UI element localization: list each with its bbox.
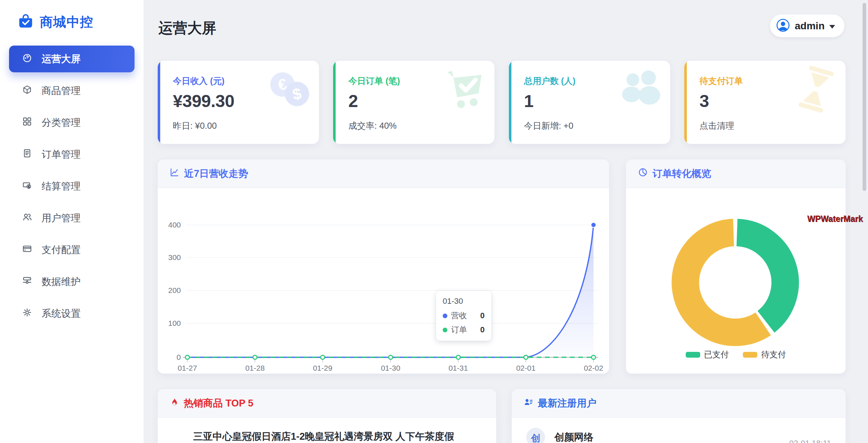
revenue-chart-area: 400 300 200 100 0 01-27 01-28 01-29 01-3… — [158, 188, 609, 374]
hourglass-icon — [792, 65, 841, 115]
x-tick: 01-27 — [178, 364, 197, 372]
dashboard-page: { "app": { "logo": "商城中控", "user_menu": … — [0, 0, 868, 443]
users-icon — [22, 212, 32, 225]
vertical-scrollbar[interactable] — [863, 3, 866, 191]
main-content: 运营大屏 admin 今日收入 (元) ¥399.30 昨日: ¥0.00 — [144, 0, 868, 443]
credit-card-icon — [22, 244, 32, 256]
x-tick: 01-29 — [313, 364, 332, 372]
line-chart-icon — [170, 167, 179, 180]
sidebar-item-products[interactable]: 商品管理 — [9, 77, 135, 104]
gauge-icon — [22, 53, 32, 65]
y-tick: 0 — [176, 353, 181, 361]
panel-title: 近7日营收走势 — [184, 167, 248, 180]
list-item[interactable]: 创 创颜网络 02-01 18:11 — [512, 418, 846, 443]
stat-card-users: 总用户数 (人) 1 今日新增: +0 — [509, 61, 670, 144]
brand-text: 商城中控 — [40, 13, 93, 31]
sidebar-item-categories[interactable]: 分类管理 — [9, 109, 135, 136]
sidebar-item-payment[interactable]: 支付配置 — [9, 237, 135, 263]
user-name: 创颜网络 — [554, 428, 593, 443]
stat-card-orders: 今日订单 (笔) 2 成交率: 40% — [333, 61, 494, 144]
panel-title: 热销商品 TOP 5 — [184, 397, 254, 410]
sidebar-item-label: 数据维护 — [42, 275, 81, 288]
stat-value: 3 — [699, 91, 709, 111]
series-dot-revenue — [443, 314, 447, 318]
legend-item-pending[interactable]: 待支付 — [743, 349, 786, 360]
watermark-text: WPWaterMark — [807, 214, 863, 224]
brand-logo[interactable]: 商城中控 — [0, 0, 144, 31]
stat-sub: 点击清理 — [699, 120, 734, 132]
sidebar-item-users[interactable]: 用户管理 — [9, 205, 135, 231]
series-value: 0 — [480, 311, 485, 320]
page-title: 运营大屏 — [158, 18, 216, 38]
sidebar-item-settings[interactable]: 系统设置 — [9, 300, 135, 327]
series-value: 0 — [480, 325, 485, 335]
panel-title: 最新注册用户 — [538, 397, 596, 410]
list-item[interactable]: 三亚中心皇冠假日酒店1-2晚皇冠礼遇湾景房双 人下午茶度假 — [158, 418, 496, 443]
shopping-bag-icon — [17, 13, 34, 31]
series-name: 订单 — [451, 324, 467, 335]
x-tick: 01-31 — [448, 364, 468, 372]
tooltip-title: 01-30 — [443, 297, 485, 306]
sidebar-item-label: 用户管理 — [42, 212, 81, 225]
database-icon — [22, 276, 32, 288]
legend-item-paid[interactable]: 已支付 — [686, 349, 729, 360]
legend-label: 待支付 — [761, 349, 786, 360]
new-users-header: 最新注册用户 — [512, 389, 846, 418]
sidebar-item-dashboard[interactable]: 运营大屏 — [9, 46, 135, 72]
hot-products-panel: 热销商品 TOP 5 三亚中心皇冠假日酒店1-2晚皇冠礼遇湾景房双 人下午茶度假 — [158, 389, 496, 443]
sidebar-menu: 运营大屏 商品管理 分类管理 订单管理 — [0, 46, 144, 327]
package-icon — [22, 85, 32, 97]
bottom-row: 热销商品 TOP 5 三亚中心皇冠假日酒店1-2晚皇冠礼遇湾景房双 人下午茶度假 — [158, 389, 846, 443]
user-avatar-icon — [776, 18, 790, 34]
charts-row: 近7日营收走势 — [158, 159, 846, 374]
revenue-trend-header: 近7日营收走势 — [158, 159, 609, 188]
topbar: 运营大屏 admin — [158, 0, 846, 61]
sidebar-item-label: 系统设置 — [42, 307, 81, 320]
stat-sub: 今日新增: +0 — [524, 120, 574, 132]
order-conversion-header: 订单转化概览 — [626, 159, 846, 188]
revenue-line-chart: 400 300 200 100 0 01-27 01-28 01-29 01-3… — [158, 188, 609, 374]
stat-value: ¥399.30 — [173, 91, 234, 111]
tooltip-row: 订单 0 — [443, 324, 485, 335]
sidebar-item-label: 分类管理 — [42, 116, 81, 129]
admin-menu[interactable]: admin — [770, 14, 844, 37]
y-tick: 400 — [168, 221, 181, 229]
flame-icon — [170, 397, 179, 409]
sidebar-item-data[interactable]: 数据维护 — [9, 268, 135, 295]
new-users-panel: 最新注册用户 创 创颜网络 02-01 18:11 — [512, 389, 846, 443]
tooltip-row: 营收 0 — [443, 310, 485, 321]
stat-card-pending[interactable]: 待支付订单 3 点击清理 — [684, 61, 846, 144]
sidebar-item-orders[interactable]: 订单管理 — [9, 141, 135, 168]
y-tick: 300 — [168, 253, 181, 261]
revenue-trend-panel: 近7日营收走势 — [158, 159, 609, 374]
series-dot-orders — [443, 328, 447, 332]
users-group-icon — [616, 65, 665, 115]
sidebar-item-label: 运营大屏 — [42, 52, 81, 65]
panel-title: 订单转化概览 — [652, 167, 711, 180]
gear-icon — [22, 307, 32, 320]
stat-sub: 成交率: 40% — [348, 120, 396, 132]
y-tick: 200 — [168, 286, 181, 294]
sidebar-item-label: 订单管理 — [42, 148, 81, 161]
chevron-down-icon — [829, 25, 835, 29]
stat-card-revenue: 今日收入 (元) ¥399.30 昨日: ¥0.00 € $ — [158, 61, 319, 144]
sidebar-item-settlement[interactable]: 结算管理 — [9, 173, 135, 200]
avatar: 创 — [526, 428, 545, 443]
stat-label: 总用户数 (人) — [524, 75, 576, 87]
x-tick: 01-28 — [245, 364, 265, 372]
sidebar-item-label: 结算管理 — [42, 180, 81, 193]
stat-value: 2 — [348, 91, 358, 111]
legend-swatch-pending — [743, 352, 757, 358]
sidebar-item-label: 商品管理 — [42, 84, 81, 97]
stat-label: 待支付订单 — [699, 75, 743, 87]
chart-tooltip: 01-30 营收 0 订单 0 — [436, 291, 491, 341]
x-tick: 01-30 — [381, 364, 400, 372]
stat-cards-row: 今日收入 (元) ¥399.30 昨日: ¥0.00 € $ 今日订单 (笔) … — [158, 61, 846, 144]
coins-icon: € $ — [265, 65, 314, 115]
user-register-time: 02-01 18:11 — [789, 439, 831, 443]
donut-segment-paid — [737, 233, 785, 322]
pie-chart-icon — [638, 167, 648, 180]
product-name: 三亚中心皇冠假日酒店1-2晚皇冠礼遇湾景房双 人下午茶度假 — [193, 429, 482, 443]
cart-check-icon — [441, 65, 489, 115]
y-tick: 100 — [168, 319, 181, 327]
